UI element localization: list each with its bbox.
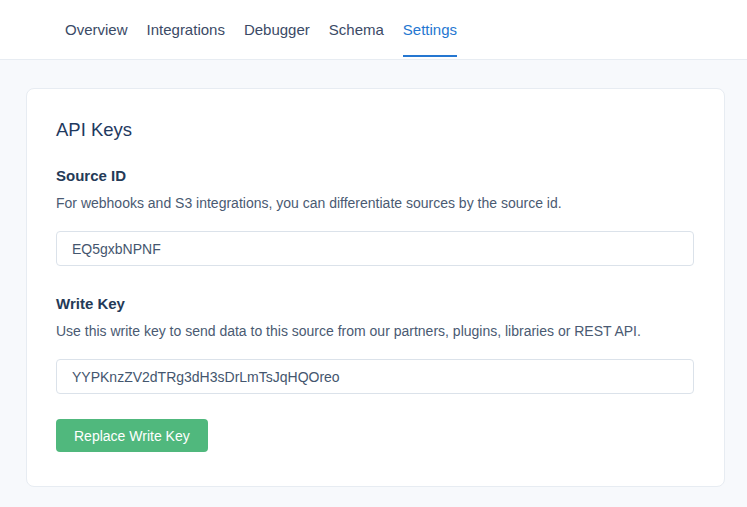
card-title: API Keys bbox=[56, 119, 694, 141]
api-keys-card: API Keys Source ID For webhooks and S3 i… bbox=[26, 88, 725, 487]
top-tab-bar: Overview Integrations Debugger Schema Se… bbox=[0, 0, 747, 60]
source-id-field: Source ID For webhooks and S3 integratio… bbox=[56, 167, 694, 266]
write-key-field: Write Key Use this write key to send dat… bbox=[56, 295, 694, 394]
tab-schema[interactable]: Schema bbox=[329, 0, 384, 59]
replace-write-key-button[interactable]: Replace Write Key bbox=[56, 419, 208, 452]
source-id-input[interactable] bbox=[56, 231, 694, 266]
settings-page: API Keys Source ID For webhooks and S3 i… bbox=[0, 60, 747, 487]
source-id-label: Source ID bbox=[56, 167, 694, 184]
source-id-description: For webhooks and S3 integrations, you ca… bbox=[56, 195, 694, 211]
tab-settings[interactable]: Settings bbox=[403, 0, 457, 59]
tab-overview[interactable]: Overview bbox=[65, 0, 128, 59]
write-key-description: Use this write key to send data to this … bbox=[56, 323, 694, 339]
write-key-input[interactable] bbox=[56, 359, 694, 394]
write-key-label: Write Key bbox=[56, 295, 694, 312]
tab-integrations[interactable]: Integrations bbox=[147, 0, 225, 59]
tab-debugger[interactable]: Debugger bbox=[244, 0, 310, 59]
